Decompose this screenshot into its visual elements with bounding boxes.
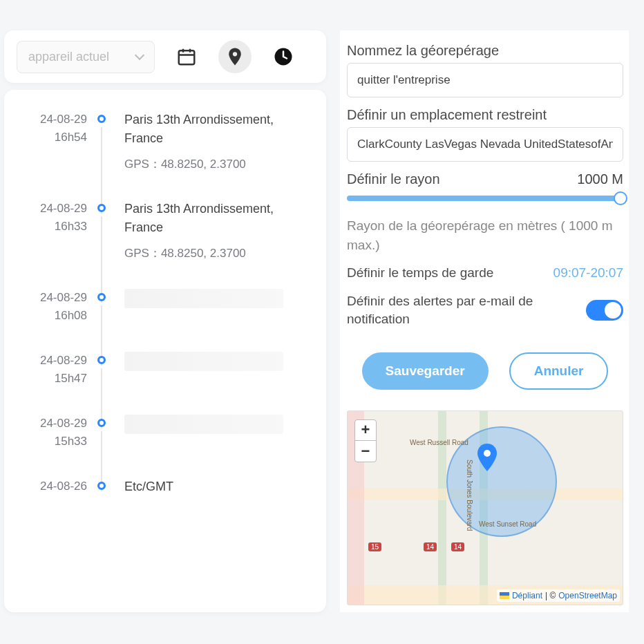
map-route-shield: 14 — [424, 542, 437, 551]
map-road-label: West Russell Road — [410, 439, 468, 446]
timeline-list: 24-08-29 16h54 Paris 13th Arrondissement… — [4, 90, 326, 612]
toggle-knob-icon — [605, 302, 621, 319]
entry-datetime: 24-08-29 15h47 — [25, 352, 91, 387]
timeline-entry[interactable]: 24-08-29 16h08 — [25, 289, 305, 324]
timeline-dot-icon — [97, 115, 106, 123]
entry-gps: GPS：48.8250, 2.3700 — [124, 245, 305, 261]
geofence-location-label: Définir un emplacement restreint — [347, 107, 623, 123]
location-pin-icon — [225, 46, 245, 67]
clock-icon — [273, 46, 294, 67]
entry-redacted — [124, 352, 283, 371]
geofence-map[interactable]: West Russell Road West Sunset Road South… — [347, 410, 623, 605]
entry-location: Etc/GMT — [124, 477, 305, 496]
entry-redacted — [124, 415, 283, 434]
timeline-entry[interactable]: 24-08-29 16h54 Paris 13th Arrondissement… — [25, 111, 305, 172]
entry-location: Paris 13th Arrondissement, France — [124, 111, 305, 148]
timeline-dot-icon — [97, 204, 106, 212]
chevron-down-icon — [135, 50, 144, 60]
entry-redacted — [124, 289, 283, 308]
leaflet-link[interactable]: Dépliant — [512, 591, 542, 600]
guard-time-value[interactable]: 09:07-20:07 — [553, 265, 623, 281]
history-button[interactable] — [267, 40, 300, 73]
geofence-name-input[interactable] — [347, 63, 623, 97]
map-pin-icon — [477, 444, 498, 474]
svg-point-4 — [233, 52, 237, 56]
entry-location: Paris 13th Arrondissement, France — [124, 200, 305, 237]
timeline-entry[interactable]: 24-08-29 15h47 — [25, 352, 305, 387]
flag-icon — [500, 592, 509, 599]
radius-label: Définir le rayon — [347, 171, 440, 187]
calendar-button[interactable] — [170, 40, 203, 73]
entry-datetime: 24-08-29 15h33 — [25, 415, 91, 450]
timeline-dot-icon — [97, 293, 106, 301]
radius-value: 1000 M — [577, 171, 623, 187]
email-alert-label: Définir des alertes par e-mail de notifi… — [347, 292, 540, 329]
guard-time-label: Définir le temps de garde — [347, 264, 493, 283]
map-road-label: West Sunset Road — [479, 520, 536, 528]
email-alert-toggle[interactable] — [586, 300, 623, 321]
save-button[interactable]: Sauvegarder — [362, 352, 489, 390]
map-attribution: Dépliant | © OpenStreetMap — [497, 589, 620, 602]
calendar-icon — [176, 46, 197, 67]
timeline-dot-icon — [97, 482, 106, 490]
geofence-form: Nommez la géorepérage Définir un emplace… — [340, 30, 629, 612]
map-route-shield: 14 — [451, 542, 464, 551]
timeline-toolbar: appareil actuel — [4, 30, 326, 83]
svg-rect-0 — [179, 50, 195, 64]
timeline-entry[interactable]: 24-08-26 Etc/GMT — [25, 477, 305, 504]
entry-datetime: 24-08-29 16h33 — [25, 200, 91, 261]
device-selector[interactable]: appareil actuel — [17, 41, 155, 73]
osm-link[interactable]: OpenStreetMap — [558, 591, 617, 600]
radius-hint: Rayon de la géorepérage en mètres ( 1000… — [347, 216, 623, 254]
zoom-out-button[interactable]: − — [355, 441, 376, 462]
geofence-name-label: Nommez la géorepérage — [347, 43, 623, 59]
radius-slider[interactable] — [347, 196, 623, 201]
timeline-dot-icon — [97, 419, 106, 427]
map-road-label: South Jones Boulevard — [466, 460, 473, 531]
entry-datetime: 24-08-26 — [25, 477, 91, 504]
map-zoom-control: + − — [354, 419, 377, 462]
cancel-button[interactable]: Annuler — [509, 352, 609, 390]
timeline-dot-icon — [97, 356, 106, 364]
geofence-location-input[interactable] — [347, 127, 623, 162]
zoom-in-button[interactable]: + — [355, 420, 376, 441]
timeline-entry[interactable]: 24-08-29 15h33 — [25, 415, 305, 450]
map-route-shield: 15 — [368, 542, 381, 551]
location-button[interactable] — [218, 40, 252, 73]
device-selector-label: appareil actuel — [28, 50, 109, 64]
svg-point-6 — [484, 450, 491, 457]
timeline-entry[interactable]: 24-08-29 16h33 Paris 13th Arrondissement… — [25, 200, 305, 261]
entry-gps: GPS：48.8250, 2.3700 — [124, 156, 305, 172]
entry-datetime: 24-08-29 16h08 — [25, 289, 91, 324]
entry-datetime: 24-08-29 16h54 — [25, 111, 91, 172]
slider-thumb-icon — [614, 191, 627, 205]
